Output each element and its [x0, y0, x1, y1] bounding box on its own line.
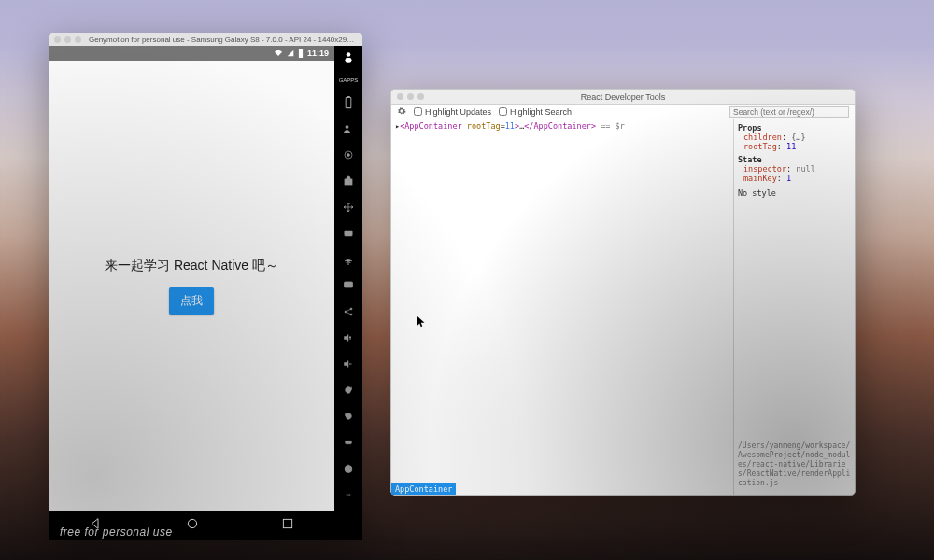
camera-icon[interactable] [342, 148, 355, 161]
svg-rect-10 [345, 231, 352, 236]
svg-point-14 [350, 308, 352, 310]
svg-point-2 [347, 52, 351, 57]
prop-roottag[interactable]: rootTag: 11 [738, 142, 851, 151]
app-screen[interactable]: 来一起学习 React Native 吧～ 点我 [49, 61, 334, 511]
react-devtools-window: React Developer Tools Highlight Updates … [390, 89, 856, 496]
search-input[interactable] [729, 106, 849, 118]
svg-rect-16 [346, 441, 352, 443]
highlight-search-checkbox[interactable]: Highlight Search [499, 107, 572, 117]
rotate-cw-icon[interactable] [342, 410, 355, 423]
volume-down-icon[interactable] [342, 357, 355, 371]
share-icon[interactable] [342, 305, 355, 318]
svg-point-13 [345, 311, 347, 313]
id-icon[interactable] [342, 227, 355, 240]
svg-point-15 [350, 314, 352, 315]
svg-point-0 [188, 519, 196, 527]
svg-rect-4 [346, 97, 351, 107]
watermark-text: free for personal use [60, 525, 173, 539]
svg-point-20 [349, 495, 350, 496]
nav-home-icon[interactable] [185, 516, 200, 535]
svg-point-19 [348, 495, 349, 496]
statusbar-time: 11:19 [307, 49, 329, 58]
source-path: /Users/yanmeng/workspace/AwesomeProject/… [738, 441, 851, 492]
traffic-max-icon[interactable] [75, 36, 81, 43]
svg-rect-3 [346, 58, 352, 63]
wifi-icon [274, 49, 283, 57]
svg-rect-5 [347, 96, 350, 97]
highlight-updates-checkbox[interactable]: Highlight Updates [414, 107, 491, 117]
traffic-min-icon[interactable] [64, 36, 71, 43]
devtools-main: ▸<AppContainer rootTag=11>…</AppContaine… [391, 119, 855, 495]
android-statusbar: 11:19 [49, 46, 334, 61]
highlight-search-label: Highlight Search [510, 107, 572, 117]
genymotion-title: Genymotion for personal use - Samsung Ga… [89, 35, 357, 44]
svg-rect-1 [283, 519, 291, 527]
prop-children[interactable]: children: {…} [738, 133, 851, 142]
power-icon[interactable] [342, 462, 355, 475]
bag-icon[interactable] [342, 175, 355, 188]
genymotion-titlebar[interactable]: Genymotion for personal use - Samsung Ga… [49, 33, 362, 46]
state-header: State [738, 155, 851, 164]
signal-icon [287, 49, 294, 57]
emulator-sidepanel: GAPPS [334, 46, 362, 540]
no-style-label: No style [738, 189, 851, 198]
svg-rect-9 [345, 179, 352, 185]
props-panel: Props children: {…} rootTag: 11 State in… [733, 119, 855, 495]
battery-icon [298, 49, 304, 58]
move-icon[interactable] [342, 201, 355, 214]
devtools-title: React Developer Tools [391, 92, 855, 102]
volume-up-icon[interactable] [342, 331, 355, 344]
genymotion-window: Genymotion for personal use - Samsung Ga… [49, 33, 362, 540]
app-heading: 来一起学习 React Native 吧～ [105, 258, 278, 274]
gapps-label: GAPPS [339, 77, 359, 83]
highlight-search-input[interactable] [499, 107, 507, 116]
genymotion-body: 11:19 来一起学习 React Native 吧～ 点我 free for … [49, 46, 362, 540]
nav-recent-icon[interactable] [281, 517, 294, 534]
rotate-device-icon[interactable] [342, 436, 355, 449]
devtools-toolbar: Highlight Updates Highlight Search [391, 105, 855, 119]
traffic-close-icon[interactable] [54, 36, 61, 43]
highlight-updates-input[interactable] [414, 107, 422, 116]
svg-point-6 [346, 126, 348, 129]
component-tree[interactable]: ▸<AppContainer rootTag=11>…</AppContaine… [391, 119, 733, 495]
devtools-titlebar[interactable]: React Developer Tools [391, 90, 855, 105]
state-inspector[interactable]: inspector: null [738, 164, 851, 174]
gear-icon[interactable] [397, 106, 406, 118]
tree-node-appcontainer[interactable]: ▸<AppContainer rootTag=11>…</AppContaine… [395, 121, 729, 131]
battery-icon[interactable] [342, 96, 355, 109]
rotate-ccw-icon[interactable] [342, 384, 355, 397]
more-icon[interactable] [342, 488, 355, 501]
wifi-icon[interactable] [342, 253, 355, 266]
sms-icon[interactable] [342, 279, 355, 292]
gapps-icon[interactable] [342, 51, 355, 64]
phone-column: 11:19 来一起学习 React Native 吧～ 点我 free for … [49, 46, 334, 540]
svg-point-11 [348, 264, 349, 265]
app-button[interactable]: 点我 [169, 287, 214, 315]
props-header: Props [738, 123, 851, 133]
svg-point-8 [347, 154, 350, 157]
users-icon[interactable] [342, 122, 355, 135]
state-mainkey[interactable]: mainKey: 1 [738, 174, 851, 183]
svg-point-18 [347, 495, 347, 496]
breadcrumb[interactable]: AppContainer [391, 483, 456, 495]
highlight-updates-label: Highlight Updates [425, 107, 491, 117]
